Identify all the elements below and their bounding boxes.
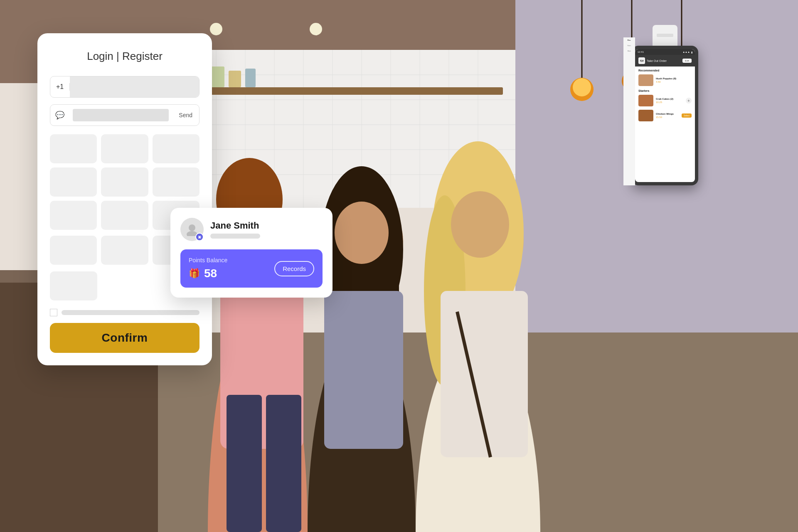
crab-cakes-info: Crab Cakes (2) 10.25 bbox=[656, 98, 683, 103]
crab-cakes-price: 10.25 bbox=[656, 101, 683, 103]
svg-point-27 bbox=[210, 23, 222, 35]
kiosk-device: 12:41 ▲▲▲ ▮ 🍽 Take Out Order Exit Rec. S bbox=[623, 25, 707, 185]
avatar-wrapper: ▣ bbox=[180, 218, 204, 241]
key-star[interactable] bbox=[50, 236, 97, 265]
status-time: 12:41 bbox=[638, 51, 644, 53]
kiosk-screen: 12:41 ▲▲▲ ▮ 🍽 Take Out Order Exit Rec. S bbox=[635, 49, 695, 182]
key-extra[interactable] bbox=[50, 271, 97, 300]
kiosk-logo: 🍽 bbox=[638, 57, 645, 64]
profile-header: ▣ Jane Smith bbox=[180, 218, 323, 241]
send-button[interactable]: Send bbox=[172, 112, 199, 118]
sms-code-row[interactable]: 💬 Send bbox=[50, 104, 200, 126]
sms-input-field[interactable] bbox=[73, 109, 169, 121]
svg-point-28 bbox=[310, 23, 322, 35]
points-value-row: 🎁 58 bbox=[189, 267, 227, 280]
profile-name: Jane Smith bbox=[210, 220, 323, 231]
profile-card: ▣ Jane Smith Points Balance 🎁 58 Records bbox=[170, 208, 332, 298]
chicken-wings-thumb bbox=[638, 110, 653, 121]
points-panel: Points Balance 🎁 58 Records bbox=[180, 249, 323, 288]
kiosk-printer bbox=[653, 25, 677, 46]
status-icons: ▲▲▲ ▮ bbox=[682, 51, 692, 54]
phone-input-row[interactable]: +1 bbox=[50, 76, 200, 98]
hush-puppies-info: Hush Puppies (8) 4.50 bbox=[656, 77, 692, 83]
terms-checkbox[interactable] bbox=[50, 309, 57, 316]
svg-point-56 bbox=[451, 191, 509, 258]
kiosk-exit-button[interactable]: Exit bbox=[682, 59, 692, 63]
chicken-wings-select-button[interactable]: Select bbox=[682, 113, 692, 118]
svg-point-50 bbox=[335, 202, 389, 264]
svg-rect-43 bbox=[227, 395, 262, 532]
kiosk-logo-area: 🍽 Take Out Order bbox=[638, 57, 667, 64]
key-2[interactable] bbox=[101, 134, 148, 163]
confirm-button[interactable]: Confirm bbox=[50, 323, 200, 353]
key-1[interactable] bbox=[50, 134, 97, 163]
hush-puppies-name: Hush Puppies (8) bbox=[656, 77, 692, 80]
menu-section-starters: Starters bbox=[638, 89, 692, 92]
phone-number-input-field[interactable] bbox=[70, 76, 199, 97]
key-8[interactable] bbox=[101, 201, 148, 230]
menu-section-recommended: Recommended bbox=[638, 69, 692, 72]
key-3[interactable] bbox=[153, 134, 200, 163]
crab-cakes-add-button[interactable]: + bbox=[686, 98, 692, 103]
svg-point-59 bbox=[189, 224, 195, 231]
kiosk-stand: 12:41 ▲▲▲ ▮ 🍽 Take Out Order Exit Rec. S bbox=[632, 46, 698, 185]
menu-item-hush-puppies: Hush Puppies (8) 4.50 bbox=[638, 74, 692, 86]
printer-slot bbox=[657, 34, 673, 37]
terms-text bbox=[62, 310, 200, 315]
badge-icon: ▣ bbox=[198, 235, 202, 239]
points-label: Points Balance bbox=[189, 257, 227, 264]
kiosk-title: Take Out Order bbox=[647, 59, 667, 62]
hush-puppies-thumb bbox=[638, 74, 653, 86]
crab-cakes-name: Crab Cakes (2) bbox=[656, 98, 683, 100]
svg-rect-21 bbox=[229, 71, 241, 87]
hush-puppies-price: 4.50 bbox=[656, 81, 692, 83]
key-6[interactable] bbox=[153, 167, 200, 197]
points-icon: 🎁 bbox=[189, 268, 200, 279]
svg-rect-22 bbox=[245, 69, 256, 87]
login-card: Login | Register +1 💬 Send Confirm bbox=[37, 33, 212, 365]
kiosk-app-header: 🍽 Take Out Order Exit bbox=[635, 55, 695, 66]
wifi-icon: ▲▲▲ bbox=[682, 51, 690, 54]
chicken-wings-info: Chicken Wings 15.50 bbox=[656, 113, 679, 118]
battery-icon: ▮ bbox=[691, 51, 692, 54]
svg-rect-19 bbox=[187, 87, 503, 95]
profile-info: Jane Smith bbox=[210, 220, 323, 239]
records-button[interactable]: Records bbox=[274, 261, 314, 276]
points-left: Points Balance 🎁 58 bbox=[189, 257, 227, 280]
kiosk-statusbar: 12:41 ▲▲▲ ▮ bbox=[635, 49, 695, 55]
kiosk-content: Rec. Start. Main Recommended Hush Puppie… bbox=[635, 66, 695, 127]
menu-item-crab-cakes: Crab Cakes (2) 10.25 + bbox=[638, 95, 692, 106]
svg-rect-51 bbox=[324, 291, 403, 449]
svg-point-31 bbox=[573, 78, 591, 96]
chicken-wings-price: 15.50 bbox=[656, 116, 679, 118]
key-5[interactable] bbox=[101, 167, 148, 197]
kiosk-menu-list: Recommended Hush Puppies (8) 4.50 Starte… bbox=[635, 66, 695, 127]
key-7[interactable] bbox=[50, 201, 97, 230]
svg-rect-44 bbox=[266, 395, 301, 532]
sms-icon: 💬 bbox=[50, 111, 69, 120]
points-value: 58 bbox=[204, 267, 217, 280]
phone-country-code: +1 bbox=[50, 83, 70, 91]
key-4[interactable] bbox=[50, 167, 97, 197]
menu-item-chicken-wings: Chicken Wings 15.50 Select bbox=[638, 110, 692, 121]
key-0[interactable] bbox=[101, 236, 148, 265]
login-title: Login | Register bbox=[50, 50, 200, 63]
chicken-wings-name: Chicken Wings bbox=[656, 113, 679, 115]
avatar-badge: ▣ bbox=[195, 233, 204, 241]
crab-cakes-thumb bbox=[638, 95, 653, 106]
profile-detail-bar bbox=[210, 234, 260, 239]
terms-row bbox=[50, 309, 200, 316]
